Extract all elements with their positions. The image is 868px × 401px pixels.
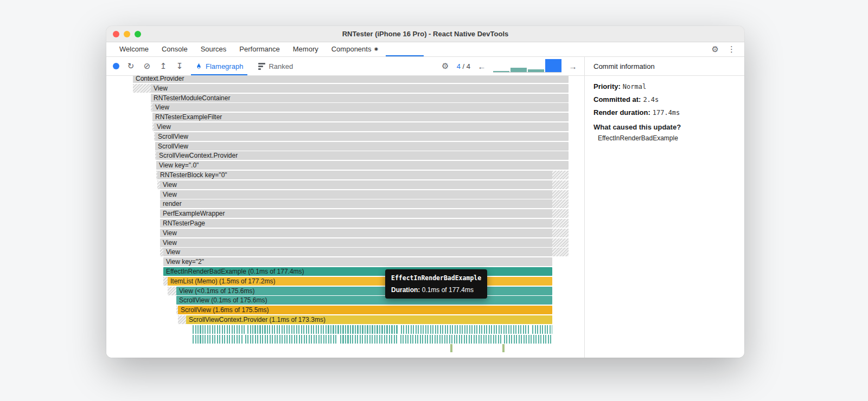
tab-ranked[interactable]: Ranked (254, 57, 297, 75)
tab-welcome[interactable]: Welcome (113, 42, 155, 56)
commit-info-field: Render duration:177.4ms (593, 108, 736, 117)
flame-bar[interactable]: ItemList (Memo) (1.5ms of 177.2ms) (168, 277, 552, 286)
flame-bar[interactable]: View (160, 190, 552, 199)
commit-bar-4[interactable] (545, 59, 561, 72)
commit-bar-3[interactable] (528, 69, 544, 72)
tab-memory[interactable]: Memory (286, 42, 325, 56)
tab-performance[interactable]: Performance (233, 42, 286, 56)
flame-bar[interactable]: View (154, 122, 569, 131)
devtools-window: RNTester (iPhone 16 Pro) - React Native … (106, 26, 744, 358)
flame-micro-bars[interactable] (532, 325, 552, 334)
tooltip-duration-label: Duration: (391, 286, 420, 294)
flame-bar[interactable]: View (151, 84, 569, 93)
update-cause-value[interactable]: EffectInRenderBadExample (593, 134, 736, 142)
flame-bar[interactable]: PerfExampleWrapper (160, 209, 552, 218)
tab-label: Console (162, 45, 188, 53)
flamegraph[interactable]: EffectInRenderBadExample Duration: 0.1ms… (106, 76, 585, 358)
flame-didnotrender-hatch (552, 229, 569, 237)
flame-micro-bars[interactable] (502, 344, 505, 352)
previous-commit-arrow-icon[interactable]: ← (477, 62, 487, 71)
commit-info-field: Priority:Normal (593, 82, 736, 90)
flame-icon (195, 62, 202, 70)
flame-bar[interactable]: ScrollViewContext.Provider (1.1ms of 173… (186, 315, 552, 324)
tab-active[interactable] (386, 42, 424, 56)
traffic-lights (113, 31, 141, 37)
import-profile-icon[interactable]: ↥ (158, 61, 168, 71)
flame-micro-bars[interactable] (400, 335, 501, 344)
flame-micro-bars[interactable] (247, 325, 398, 334)
flame-micro-bars[interactable] (245, 335, 337, 344)
close-window-button[interactable] (113, 31, 119, 37)
update-cause-label: What caused this update? (593, 123, 736, 131)
record-button[interactable] (113, 63, 119, 69)
tab-label: Sources (201, 45, 227, 53)
flame-didnotrender-hatch (133, 84, 151, 93)
flame-bar[interactable]: RNTesterBlock key="0" (157, 171, 552, 179)
flame-didnotrender-hatch (552, 248, 569, 256)
flame-didnotrender-hatch (552, 180, 569, 189)
flame-micro-bars[interactable] (193, 335, 242, 344)
tooltip-duration: Duration: 0.1ms of 177.4ms (391, 286, 481, 294)
flame-bar[interactable]: View (160, 238, 552, 247)
tab-ranked-label: Ranked (269, 62, 293, 70)
flame-bar[interactable]: RNTesterExampleFilter (152, 113, 569, 121)
export-profile-icon[interactable]: ↧ (175, 61, 184, 71)
tab-console[interactable]: Console (155, 42, 194, 56)
flame-didnotrender-hatch (552, 219, 569, 228)
tab-components[interactable]: Components ⁕ (325, 42, 386, 56)
tab-flamegraph-label: Flamegraph (206, 62, 243, 70)
commit-counter: 4 / 4 (457, 62, 470, 70)
flame-bar[interactable]: View key="2" (163, 257, 552, 266)
tab-flamegraph[interactable]: Flamegraph (191, 57, 247, 75)
flame-bar[interactable]: render (160, 199, 552, 208)
flame-bar[interactable]: EffectInRenderBadExample (0.1ms of 177.4… (163, 267, 552, 276)
flame-didnotrender-hatch (552, 199, 569, 208)
settings-gear-icon[interactable]: ⚙ (712, 44, 719, 54)
flame-bar[interactable]: View (152, 103, 569, 112)
commit-information-header: Commit information (585, 57, 744, 75)
flame-bar[interactable]: ScrollView (155, 132, 569, 141)
commit-info-field: Committed at:2.4s (593, 95, 736, 104)
clear-profile-icon[interactable]: ⊘ (142, 61, 152, 71)
commit-chart (493, 60, 561, 73)
flame-bar[interactable]: ScrollViewContext.Provider (156, 151, 569, 160)
flame-tooltip: EffectInRenderBadExample Duration: 0.1ms… (385, 269, 487, 299)
minimize-window-button[interactable] (124, 31, 130, 37)
zoom-window-button[interactable] (135, 31, 141, 37)
flame-didnotrender-hatch (168, 287, 176, 295)
field-value: Normal (623, 83, 646, 90)
commit-bar-2[interactable] (510, 68, 527, 72)
devtools-tabbar-tabs: WelcomeConsoleSourcesPerformanceMemoryCo… (113, 42, 424, 56)
flame-didnotrender-hatch (552, 238, 569, 247)
field-label: Render duration: (593, 108, 650, 117)
reload-and-profile-icon[interactable]: ↻ (126, 61, 136, 71)
flame-bar[interactable]: ScrollView (1.6ms of 175.5ms) (178, 306, 552, 314)
flame-bar[interactable]: RNTesterModuleContainer (151, 94, 569, 102)
flame-micro-bars[interactable] (450, 344, 452, 352)
flame-bar[interactable]: View (163, 248, 552, 256)
commit-total: / 4 (463, 62, 470, 70)
flame-didnotrender-hatch (552, 209, 569, 218)
flame-micro-bars[interactable] (193, 325, 245, 334)
field-label: Priority: (593, 82, 621, 90)
flame-micro-bars[interactable] (340, 335, 398, 344)
profiler-toolbar-row: ↻ ⊘ ↥ ↧ Flamegraph Ranked ⚙ 4 / 4 ← (106, 57, 744, 76)
profiler-settings-gear-icon[interactable]: ⚙ (441, 61, 450, 71)
flame-bar[interactable]: View (160, 229, 552, 237)
flame-bar[interactable]: View (160, 180, 552, 189)
next-commit-arrow-icon[interactable]: → (568, 62, 578, 71)
commit-information-panel: Priority:NormalCommitted at:2.4sRender d… (585, 76, 744, 358)
flame-micro-bars[interactable] (401, 325, 530, 334)
flame-bar[interactable]: View key=".0" (156, 161, 569, 170)
flame-bar[interactable]: ScrollView (0.1ms of 175.6ms) (176, 296, 552, 305)
flame-bar[interactable]: ScrollView (155, 142, 569, 151)
flame-micro-bars[interactable] (504, 335, 552, 344)
more-options-icon[interactable]: ⋮ (727, 44, 736, 54)
field-label: Committed at: (593, 95, 641, 104)
flame-bar[interactable]: RNTesterPage (160, 219, 552, 228)
flame-bar[interactable]: Context.Provider (133, 76, 569, 83)
tab-sources[interactable]: Sources (194, 42, 233, 56)
flame-bar[interactable]: View (<0.1ms of 175.6ms) (176, 287, 552, 295)
commit-bar-1[interactable] (493, 71, 509, 72)
flame-didnotrender-hatch (552, 171, 569, 179)
